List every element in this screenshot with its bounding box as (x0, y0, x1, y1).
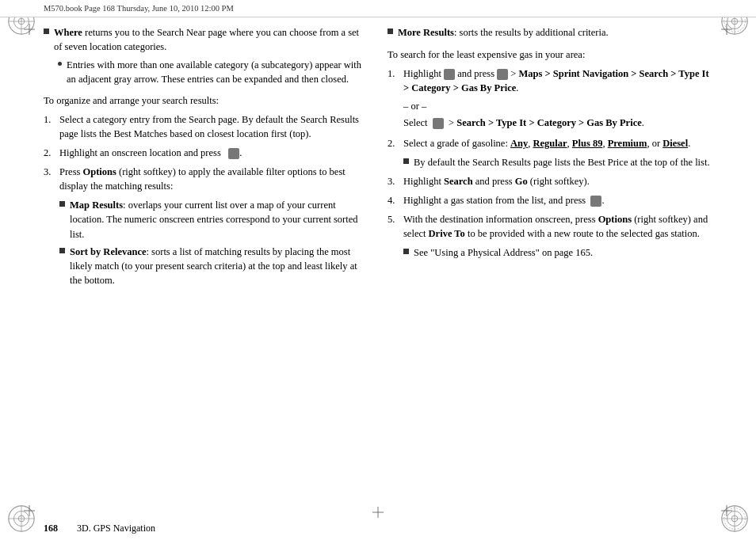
footer-page-number: 168 (44, 523, 58, 534)
bullet-square-map (59, 201, 65, 207)
map-results-label: Map Results (70, 200, 123, 211)
home-button-icon (444, 69, 455, 80)
organize-intro-text: To organize and arrange your search resu… (44, 95, 219, 106)
step-right-5-num: 5. (388, 212, 403, 226)
step-left-3: 3. Press Options (right softkey) to appl… (44, 165, 368, 193)
gas-intro: To search for the least expensive gas in… (388, 48, 712, 62)
header-text: M570.book Page 168 Thursday, June 10, 20… (44, 4, 234, 13)
grade-regular: Regular (533, 138, 567, 149)
search-label: Search (444, 176, 473, 187)
menu-button-icon (228, 148, 239, 159)
step-right-3: 3. Highlight Search and press Go (right … (388, 174, 712, 188)
crosshair-tl (24, 24, 35, 35)
step-right-4-text: Highlight a gas station from the list, a… (403, 193, 712, 207)
where-label: Where (54, 27, 82, 38)
go-label: Go (515, 176, 528, 187)
left-column: Where returns you to the Search Near pag… (44, 22, 368, 511)
bullet-dot-entries (58, 62, 62, 66)
step-right-5: 5. With the destination information onsc… (388, 212, 712, 241)
step-left-3-num: 3. (44, 165, 59, 179)
grade-diesel: Diesel (662, 138, 688, 149)
step-right-1-num: 1. (388, 67, 403, 81)
step-right-2-num: 2. (388, 136, 403, 150)
bullet-square-more (388, 29, 393, 34)
or-text: – or – (403, 101, 426, 112)
more-results-label: More Results (398, 27, 454, 38)
step-left-1-num: 1. (44, 112, 59, 127)
select-alternative: Select > Search > Type It > Category > G… (403, 116, 712, 130)
step-right-5-text: With the destination information onscree… (403, 212, 712, 241)
step-right-4-num: 4. (388, 193, 403, 207)
sub-bullet-entries: Entries with more than one available cat… (58, 58, 368, 86)
bullet-square-see-note (403, 249, 409, 254)
footer-chapter: 3D. GPS Navigation (77, 523, 155, 534)
step-right-1-text: Highlight and press > Maps > Sprint Navi… (403, 67, 712, 95)
more-results-text: More Results: sorts the results by addit… (398, 25, 712, 40)
bullet-square-sort (59, 248, 65, 253)
search-path-label: Search > Type It > Category > Gas By Pri… (456, 117, 642, 128)
crosshair-br (721, 505, 732, 516)
where-bullet: Where returns you to the Search Near pag… (44, 25, 368, 54)
sort-relevance-text: Sort by Relevance: sorts a list of match… (70, 245, 368, 287)
page-container: M570.book Page 168 Thursday, June 10, 20… (0, 0, 756, 540)
grade-premium: Premium (608, 138, 647, 149)
see-note-text: See "Using a Physical Address" on page 1… (414, 245, 712, 260)
step-left-1: 1. Select a category entry from the Sear… (44, 112, 368, 141)
header-bar: M570.book Page 168 Thursday, June 10, 20… (0, 0, 756, 17)
drive-to-label: Drive To (429, 228, 465, 239)
grade-any: Any (510, 138, 528, 149)
footer-bar: 168 3D. GPS Navigation (0, 516, 756, 540)
sort-relevance-bullet: Sort by Relevance: sorts a list of match… (59, 245, 368, 287)
map-results-text: Map Results: overlaps your current list … (70, 198, 368, 241)
gas-intro-text: To search for the least expensive gas in… (388, 49, 585, 60)
options-label-2: Options (598, 214, 632, 225)
step-right-3-num: 3. (388, 174, 403, 188)
step-right-4: 4. Highlight a gas station from the list… (388, 193, 712, 207)
menu-button-icon-2 (497, 69, 508, 80)
step-left-1-text: Select a category entry from the Search … (59, 112, 368, 141)
best-price-bullet: By default the Search Results page lists… (403, 155, 712, 169)
bullet-square-best-price (403, 158, 409, 164)
select-button-icon (590, 196, 601, 207)
step-left-2-num: 2. (44, 146, 59, 160)
options-label: Options (83, 166, 116, 177)
organize-intro: To organize and arrange your search resu… (44, 93, 368, 108)
sub-bullet-entries-text: Entries with more than one available cat… (67, 58, 368, 86)
step-right-2-text: Select a grade of gasoline: Any, Regular… (403, 136, 712, 150)
step-left-2-text: Highlight an onscreen location and press… (59, 146, 368, 160)
step-left-2: 2. Highlight an onscreen location and pr… (44, 146, 368, 160)
step-right-1: 1. Highlight and press > Maps > Sprint N… (388, 67, 712, 95)
right-column: More Results: sorts the results by addit… (388, 22, 712, 511)
content-area: Where returns you to the Search Near pag… (44, 22, 712, 511)
step-left-3-text: Press Options (right softkey) to apply t… (59, 165, 368, 193)
see-note-bullet: See "Using a Physical Address" on page 1… (403, 245, 712, 260)
step-right-3-text: Highlight Search and press Go (right sof… (403, 174, 712, 188)
or-separator: – or – (403, 101, 712, 112)
bullet-square-where (44, 29, 49, 34)
where-body: returns you to the Search Near page wher… (54, 27, 359, 52)
nav-button-icon (433, 118, 444, 129)
best-price-text: By default the Search Results page lists… (414, 155, 712, 169)
where-text: Where returns you to the Search Near pag… (54, 25, 368, 54)
crosshair-tr (721, 24, 732, 35)
step-right-2: 2. Select a grade of gasoline: Any, Regu… (388, 136, 712, 150)
sort-relevance-label: Sort by Relevance (70, 246, 147, 257)
map-results-bullet: Map Results: overlaps your current list … (59, 198, 368, 241)
select-text: Select > Search > Type It > Category > G… (403, 116, 644, 130)
more-results-bullet: More Results: sorts the results by addit… (388, 25, 712, 40)
crosshair-bl (24, 505, 35, 516)
grade-plus: Plus 89 (572, 138, 603, 149)
